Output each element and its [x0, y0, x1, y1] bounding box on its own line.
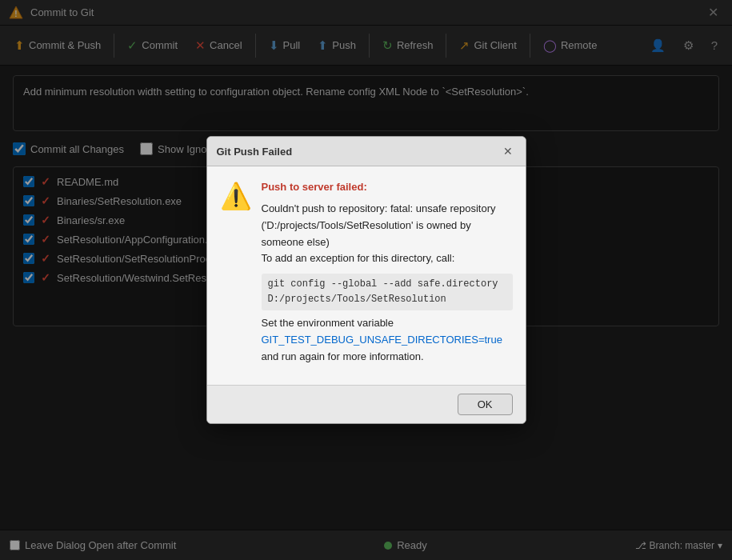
warning-icon: ⚠️	[220, 181, 252, 372]
env-var-text: GIT_TEST_DEBUG_UNSAFE_DIRECTORIES=true	[262, 334, 502, 346]
modal-footer: OK	[207, 385, 526, 423]
error-title: Push to server failed:	[262, 179, 513, 196]
code-line1: git config --global --add safe.directory	[268, 278, 498, 290]
modal-body: ⚠️ Push to server failed: Couldn't push …	[207, 166, 526, 385]
env-text: Set the environment variable GIT_TEST_DE…	[262, 315, 513, 365]
modal-close-button[interactable]: ✕	[500, 143, 516, 159]
code-block: git config --global --add safe.directory…	[262, 274, 513, 310]
modal-dialog: Git Push Failed ✕ ⚠️ Push to server fail…	[206, 136, 526, 424]
modal-content: Push to server failed: Couldn't push to …	[262, 179, 513, 372]
modal-overlay: Git Push Failed ✕ ⚠️ Push to server fail…	[0, 0, 732, 560]
modal-title: Git Push Failed	[217, 146, 293, 158]
error-body: Couldn't push to repository: fatal: unsa…	[262, 201, 513, 267]
code-line2: D:/projects/Tools/SetResolution	[268, 294, 446, 305]
modal-titlebar: Git Push Failed ✕	[207, 137, 526, 166]
modal-ok-button[interactable]: OK	[458, 394, 513, 415]
env-suffix: and run again for more information.	[262, 350, 424, 362]
